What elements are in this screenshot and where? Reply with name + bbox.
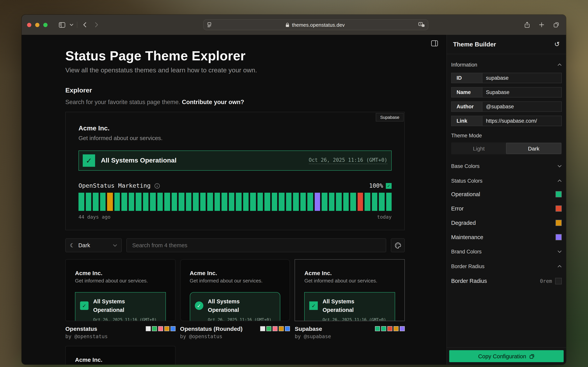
uptime-bar-operational[interactable] — [214, 193, 220, 211]
new-tab-icon[interactable] — [536, 20, 548, 30]
uptime-bar-operational[interactable] — [93, 193, 98, 211]
color-swatch — [170, 326, 175, 331]
status-banner-timestamp[interactable]: Oct 26, 2025 11:16 (GMT+0) — [309, 157, 387, 164]
theme-name[interactable]: Openstatus (Rounded) — [180, 325, 242, 332]
info-row-label: Name — [451, 87, 482, 98]
uptime-bar-operational[interactable] — [179, 193, 184, 211]
uptime-bar-operational[interactable] — [236, 193, 242, 211]
forward-button[interactable] — [90, 20, 102, 30]
preview-company-description: Get informed about our services. — [79, 135, 392, 141]
info-row-author: Author@supabase — [451, 101, 562, 112]
degraded-color-swatch[interactable] — [556, 220, 562, 226]
uptime-bar-operational[interactable] — [157, 193, 163, 211]
uptime-bar-operational[interactable] — [200, 193, 206, 211]
status-colors-list: OperationalErrorDegradedMaintenance — [451, 187, 562, 244]
translate-icon[interactable]: A x — [418, 22, 425, 27]
zoom-window-button[interactable] — [43, 23, 48, 27]
uptime-bar-operational[interactable] — [272, 193, 277, 211]
info-row-label: ID — [451, 73, 482, 83]
uptime-bar-operational[interactable] — [279, 193, 284, 211]
uptime-bar-operational[interactable] — [300, 193, 306, 211]
uptime-bar-operational[interactable] — [386, 193, 392, 211]
info-row-label: Author — [451, 101, 482, 112]
info-row-value-input[interactable]: @supabase — [482, 101, 562, 112]
mini-company-name: Acme Inc. — [75, 270, 166, 276]
uptime-bar-maintenance[interactable] — [314, 193, 320, 211]
theme-card-openstatus[interactable]: Acme Inc. Get informed about our service… — [65, 259, 175, 321]
section-brand-colors[interactable]: Brand Colors — [451, 249, 562, 255]
uptime-bar-operational[interactable] — [100, 193, 105, 211]
uptime-bar-operational[interactable] — [250, 193, 256, 211]
reset-icon[interactable]: ↺ — [554, 41, 560, 48]
uptime-bar-operational[interactable] — [379, 193, 385, 211]
share-icon[interactable] — [521, 20, 533, 30]
tab-group-chevron-icon[interactable] — [68, 20, 75, 30]
uptime-bar-operational[interactable] — [350, 193, 356, 211]
uptime-bar-operational[interactable] — [372, 193, 377, 211]
uptime-bar-degraded[interactable] — [107, 193, 113, 211]
palette-button[interactable] — [391, 238, 405, 252]
url-domain[interactable]: themes.openstatus.dev — [292, 22, 345, 28]
uptime-bar-operational[interactable] — [243, 193, 249, 211]
close-window-button[interactable] — [27, 23, 31, 27]
uptime-bar-operational[interactable] — [150, 193, 156, 211]
uptime-bar-operational[interactable] — [265, 193, 270, 211]
uptime-bar-operational[interactable] — [114, 193, 120, 211]
browser-sidebar-toggle-icon[interactable] — [56, 20, 68, 30]
uptime-bar-operational[interactable] — [222, 193, 227, 211]
theme-mode-light-button[interactable]: Light — [451, 143, 506, 154]
section-base-colors[interactable]: Base Colors — [451, 163, 562, 169]
uptime-bar-operational[interactable] — [336, 193, 342, 211]
uptime-bar-operational[interactable] — [86, 193, 91, 211]
uptime-bar-operational[interactable] — [186, 193, 191, 211]
border-radius-swatch[interactable] — [555, 278, 562, 284]
uptime-bar-operational[interactable] — [129, 193, 134, 211]
theme-name[interactable]: Openstatus — [65, 325, 97, 332]
uptime-bar-operational[interactable] — [293, 193, 299, 211]
uptime-bar-operational[interactable] — [136, 193, 141, 211]
uptime-bar-operational[interactable] — [121, 193, 127, 211]
uptime-bar-error[interactable] — [357, 193, 363, 211]
uptime-bar-operational[interactable] — [286, 193, 291, 211]
mini-company-description: Get informed about our services. — [190, 278, 280, 284]
address-bar[interactable]: themes.openstatus.dev A x — [203, 19, 428, 30]
uptime-bar-operational[interactable] — [257, 193, 263, 211]
info-row-value-input[interactable]: supabase — [482, 73, 562, 83]
uptime-bar-operational[interactable] — [164, 193, 170, 211]
info-row-value-input[interactable]: Supabase — [482, 87, 562, 98]
info-icon[interactable] — [154, 183, 160, 189]
uptime-bar-operational[interactable] — [171, 193, 177, 211]
theme-card-openstatus-rounded[interactable]: Acme Inc. Get informed about our service… — [180, 259, 290, 321]
reader-view-icon[interactable] — [207, 22, 212, 27]
theme-card-partial[interactable]: Acme Inc. Get informed about our service… — [65, 346, 176, 365]
copy-configuration-button[interactable]: Copy Configuration — [449, 350, 564, 362]
uptime-bar-operational[interactable] — [364, 193, 370, 211]
uptime-bar-operational[interactable] — [343, 193, 349, 211]
minimize-window-button[interactable] — [35, 23, 40, 27]
uptime-bar-operational[interactable] — [143, 193, 148, 211]
uptime-bar-operational[interactable] — [322, 193, 327, 211]
section-status-colors[interactable]: Status Colors — [451, 178, 562, 184]
operational-color-swatch[interactable] — [556, 191, 562, 197]
back-button[interactable] — [79, 20, 90, 30]
uptime-bar-operational[interactable] — [307, 193, 313, 211]
error-color-swatch[interactable] — [556, 205, 562, 211]
theme-name[interactable]: Supabase — [295, 325, 322, 332]
builder-panel-toggle-icon[interactable] — [431, 40, 438, 46]
section-information[interactable]: Information — [451, 62, 562, 68]
uptime-bar-operational[interactable] — [329, 193, 334, 211]
theme-mode-dropdown[interactable]: ☾ Dark — [65, 238, 122, 252]
theme-mode-dark-button[interactable]: Dark — [506, 143, 561, 154]
copy-configuration-label: Copy Configuration — [478, 353, 526, 359]
tab-overview-icon[interactable] — [550, 20, 562, 30]
contribute-link[interactable]: Contribute your own? — [182, 99, 244, 105]
theme-card-supabase[interactable]: Acme Inc. Get informed about our service… — [295, 259, 405, 321]
search-input[interactable] — [126, 238, 386, 252]
uptime-bar-operational[interactable] — [207, 193, 213, 211]
uptime-bar-operational[interactable] — [193, 193, 199, 211]
section-border-radius[interactable]: Border Radius — [451, 264, 562, 269]
uptime-bar-operational[interactable] — [229, 193, 234, 211]
uptime-bar-operational[interactable] — [79, 193, 84, 211]
info-row-value-input[interactable]: https://supabase.com/ — [482, 116, 562, 126]
maintenance-color-swatch[interactable] — [556, 234, 562, 240]
